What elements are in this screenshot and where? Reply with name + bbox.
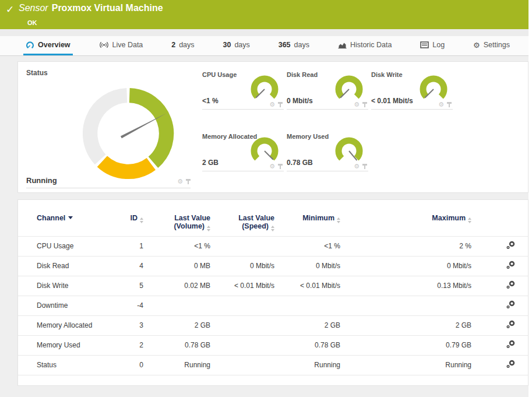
cell-channel: CPU Usage (18, 242, 94, 250)
table-bottom-divider (18, 375, 528, 375)
tab-365-days-word: days (294, 41, 309, 49)
cell-id: 5 (94, 282, 143, 290)
status-value: Running (26, 176, 57, 185)
cell-minimum: < 0.01 Mbit/s (274, 282, 340, 290)
column-header-minimum[interactable]: Minimum (274, 214, 340, 223)
overview-gauges-panel: Status Running ⚙ CPU Usage (17, 61, 529, 193)
cell-maximum: 2 % (340, 242, 471, 250)
table-row[interactable]: Disk Read 4 0 MB 0 Mbit/s 0 Mbit/s 0 Mbi… (18, 256, 528, 276)
tab-live-data[interactable]: Live Data (97, 36, 146, 55)
table-row[interactable]: Downtime -4 (18, 296, 528, 315)
ok-check-icon: ✓ (6, 3, 14, 16)
cell-id: 4 (94, 262, 143, 270)
tab-2-days[interactable]: 2 days (169, 36, 196, 55)
cell-channel: Disk Read (18, 262, 94, 270)
sensor-name: Proxmox Virtual Machine (52, 3, 163, 13)
edit-channel-icon[interactable] (506, 280, 515, 291)
tab-log[interactable]: Log (418, 36, 447, 55)
cell-last-value-volume: 0.78 GB (143, 341, 210, 349)
cell-minimum: Running (274, 361, 340, 369)
pin-icon[interactable] (447, 102, 452, 107)
edit-channel-icon[interactable] (506, 320, 515, 331)
gauge-value: 2 GB (202, 159, 219, 167)
column-header-last-value-speed[interactable]: Last Value(Speed) (210, 214, 274, 231)
cell-id: 3 (94, 321, 143, 329)
column-header-last-value-volume[interactable]: Last Value(Volume) (143, 214, 210, 231)
cell-maximum: 0 Mbit/s (340, 262, 471, 270)
cell-maximum: 2 GB (340, 321, 471, 329)
cell-channel: Memory Allocated (18, 321, 94, 329)
channel-table-panel: Channel ID Last Value(Volume) Last Value… (17, 199, 529, 386)
gauge-card-memory-used: Memory Used 0.78 GB ⚙ (287, 131, 368, 171)
tab-365-days-number: 365 (279, 41, 291, 49)
tab-overview[interactable]: Overview (23, 36, 73, 55)
edit-channel-icon[interactable] (506, 360, 515, 370)
mini-gauge (250, 74, 279, 103)
edit-channel-icon[interactable] (506, 300, 515, 311)
gauge-label: Memory Allocated (202, 133, 257, 140)
cell-minimum: 0 Mbit/s (274, 262, 340, 270)
cell-last-value-volume: Running (143, 361, 210, 369)
log-icon (420, 41, 429, 48)
table-row[interactable]: Disk Write 5 0.02 MB < 0.01 Mbit/s < 0.0… (18, 276, 528, 296)
banner-gap (0, 29, 529, 36)
cell-last-value-volume: 2 GB (143, 321, 210, 329)
mini-gauge (250, 136, 279, 165)
cell-id: 2 (94, 341, 143, 349)
pin-icon[interactable] (278, 102, 283, 107)
pin-icon[interactable] (278, 164, 283, 169)
gauge-settings-icon[interactable]: ⚙ (438, 101, 444, 108)
content-area: Status Running ⚙ CPU Usage (0, 56, 529, 386)
cell-minimum: <1 % (274, 242, 340, 250)
gauge-settings-icon[interactable]: ⚙ (177, 178, 183, 185)
tab-settings[interactable]: ⚙ Settings (471, 36, 512, 55)
gauge-label: CPU Usage (202, 71, 237, 78)
pin-icon[interactable] (186, 179, 191, 184)
tab-historic-data[interactable]: Historic Data (336, 36, 394, 55)
gauge-card-disk-read: Disk Read 0 Mbit/s ⚙ (287, 69, 368, 110)
pin-icon[interactable] (362, 164, 367, 169)
cell-channel: Downtime (18, 301, 94, 310)
cell-channel: Status (18, 361, 94, 369)
gauge-settings-icon[interactable]: ⚙ (354, 163, 360, 170)
sensor-type-label: Sensor (19, 3, 48, 13)
mini-gauge-grid: CPU Usage <1 % ⚙ Disk Read 0 Mbit/s (194, 69, 528, 192)
status-badge: OK (27, 19, 37, 26)
gauge-settings-icon[interactable]: ⚙ (269, 101, 275, 108)
mini-gauge (334, 136, 364, 165)
edit-channel-icon[interactable] (506, 261, 515, 271)
column-header-id[interactable]: ID (94, 214, 143, 223)
table-row[interactable]: Status 0 Running Running Running (18, 355, 528, 375)
gauge-settings-icon[interactable]: ⚙ (269, 163, 275, 170)
status-gauge-footer: Running ⚙ (26, 176, 191, 188)
tab-log-label: Log (432, 41, 445, 49)
tab-2-days-word: days (179, 41, 194, 49)
gauge-settings-icon[interactable]: ⚙ (354, 101, 360, 108)
edit-channel-icon[interactable] (506, 241, 515, 251)
tab-live-data-label: Live Data (112, 41, 143, 49)
column-header-maximum[interactable]: Maximum (340, 214, 471, 223)
mini-gauge (334, 74, 364, 103)
sort-icon (271, 226, 274, 231)
cell-maximum: 0.13 Mbit/s (340, 282, 471, 290)
gauge-value: <1 % (202, 97, 219, 105)
table-row[interactable]: Memory Used 2 0.78 GB 0.78 GB 0.79 GB (18, 335, 528, 355)
gauge-value: 0 Mbit/s (287, 97, 313, 105)
cell-last-value-volume: 0 MB (143, 262, 210, 270)
gauge-label: Memory Used (287, 133, 329, 140)
table-row[interactable]: Memory Allocated 3 2 GB 2 GB 2 GB (18, 315, 528, 335)
gear-icon: ⚙ (473, 41, 480, 50)
tab-30-days[interactable]: 30 days (220, 36, 252, 55)
gauge-card-disk-write: Disk Write < 0.01 Mbit/s ⚙ (371, 69, 453, 110)
cell-id: -4 (94, 301, 143, 310)
status-gauge-card: Status Running ⚙ (26, 69, 194, 188)
pin-icon[interactable] (362, 102, 367, 107)
column-header-channel[interactable]: Channel (18, 214, 94, 222)
cell-last-value-speed: 0 Mbit/s (210, 262, 274, 270)
table-row[interactable]: CPU Usage 1 <1 % <1 % 2 % (18, 236, 528, 256)
gauge-card-cpu-usage: CPU Usage <1 % ⚙ (202, 69, 284, 110)
prtg-sensor-page: ✓ SensorProxmox Virtual Machine OK Overv… (0, 0, 529, 397)
cell-last-value-volume: <1 % (143, 242, 210, 250)
tab-365-days[interactable]: 365 days (276, 36, 312, 55)
edit-channel-icon[interactable] (506, 340, 515, 350)
